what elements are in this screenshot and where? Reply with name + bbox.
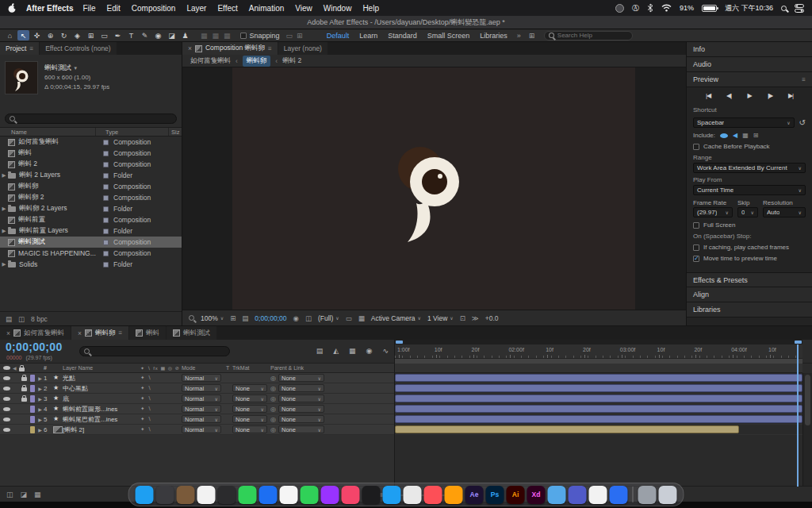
project-row[interactable]: ▶蝌蚪卵 2 LayersFolder <box>0 203 182 214</box>
snap-option2-icon[interactable]: ⊞ <box>297 32 303 40</box>
label-chip[interactable] <box>103 217 109 223</box>
mode-dropdown[interactable]: Normal∨ <box>182 425 221 433</box>
type-tool[interactable]: T <box>125 30 137 40</box>
hand-tool[interactable]: ✜ <box>31 30 43 40</box>
menu-item-animation[interactable]: Animation <box>249 4 284 13</box>
label-chip[interactable] <box>103 240 109 245</box>
xd-dock-icon[interactable]: Xd <box>527 486 546 504</box>
mode-dropdown[interactable]: Normal∨ <box>182 394 221 402</box>
current-time-indicator[interactable] <box>797 344 799 487</box>
grid-guides-icon[interactable]: ⊞ <box>230 314 236 322</box>
launchpad-dock-icon[interactable] <box>156 486 174 504</box>
eye-icon[interactable] <box>3 407 10 411</box>
project-row[interactable]: 如何當隻蝌蚪Composition <box>0 137 182 148</box>
notes-dock-icon[interactable] <box>177 486 195 504</box>
breadcrumb-item[interactable]: 如何當隻蝌蚪 <box>190 56 231 66</box>
tv-dock-icon[interactable] <box>362 486 381 504</box>
snapping-checkbox[interactable] <box>240 33 247 39</box>
layer-switches[interactable]: ✦ ∖ <box>140 416 182 422</box>
include-layer-controls-icon[interactable]: ⊞ <box>753 132 759 139</box>
channels-icon[interactable]: ◫ <box>305 314 312 322</box>
illustrator-dock-icon[interactable]: Ai <box>507 486 525 504</box>
twirl-icon[interactable]: ▶ <box>36 406 44 412</box>
eye-icon[interactable] <box>3 397 10 401</box>
pickwhip-icon[interactable]: ◎ <box>270 426 276 433</box>
music-dock-icon[interactable] <box>342 486 360 504</box>
frame-blending-icon[interactable]: ▦ <box>349 347 356 355</box>
eraser-tool[interactable]: ◪ <box>166 30 178 40</box>
mail-dock-icon[interactable] <box>259 486 278 504</box>
twirl-icon[interactable]: ▶ <box>36 375 44 381</box>
project-thumbnail[interactable] <box>5 61 38 94</box>
twirl-icon[interactable]: ▶ <box>0 228 8 234</box>
chrome-dock-icon[interactable] <box>589 486 607 504</box>
eye-icon[interactable] <box>3 428 10 432</box>
twirl-icon[interactable]: ▶ <box>0 261 8 267</box>
label-chip[interactable] <box>103 229 109 234</box>
workspace-standard[interactable]: Standard <box>388 32 417 40</box>
column-size[interactable]: Siz <box>169 128 182 136</box>
resolution-dropdown[interactable]: (Full) ∨ <box>318 314 339 322</box>
project-row[interactable]: MAGIC IS HAPPENING...Composition <box>0 248 182 259</box>
layer-switches[interactable]: ✦ ∖ <box>140 375 182 381</box>
cache-before-playback-checkbox[interactable]: Cache Before Playback <box>693 143 806 150</box>
twirl-icon[interactable]: ▶ <box>0 172 8 179</box>
label-chip[interactable] <box>103 140 109 145</box>
toggle-graph-icon[interactable]: ▦ <box>34 491 41 498</box>
trkmat-dropdown[interactable]: None∨ <box>232 405 267 413</box>
workspace-default[interactable]: Default <box>327 32 350 40</box>
checkbox[interactable] <box>693 222 699 229</box>
prev-frame-button[interactable]: ◀| <box>723 92 734 99</box>
panel-header-audio[interactable]: Audio <box>687 57 812 72</box>
region-of-interest-icon[interactable]: ▭ <box>346 314 352 322</box>
pixel-aspect-icon[interactable]: ⊡ <box>460 314 465 322</box>
label-chip[interactable] <box>103 162 109 167</box>
news-dock-icon[interactable] <box>424 486 442 504</box>
if-caching-checkbox[interactable]: If caching, play cached frames <box>693 244 806 251</box>
track-area[interactable] <box>394 373 802 486</box>
panel-menu-icon[interactable]: ≡ <box>118 329 122 337</box>
control-center-icon[interactable] <box>795 4 804 13</box>
checkbox[interactable] <box>693 244 699 251</box>
home-tool[interactable]: ⌂ <box>4 30 16 40</box>
twirl-icon[interactable]: ▶ <box>36 417 44 422</box>
pickwhip-icon[interactable]: ◎ <box>270 375 276 382</box>
zoom-dropdown[interactable]: 100% ∨ <box>201 314 224 322</box>
panel-menu-icon[interactable]: ≡ <box>29 45 33 52</box>
help-search-input[interactable] <box>557 32 629 39</box>
proxy-icon[interactable]: ◫ <box>18 315 25 323</box>
timeline-current-time[interactable]: 0;00;00;00 <box>6 341 63 353</box>
menubar-datetime[interactable]: 週六 下午10:36 <box>725 3 773 13</box>
finder-dock-icon[interactable] <box>136 486 154 504</box>
mode-dropdown[interactable]: Normal∨ <box>182 374 221 382</box>
eye-icon[interactable] <box>3 387 10 391</box>
twirl-icon[interactable]: ▶ <box>36 396 44 402</box>
include-video-icon[interactable] <box>720 133 728 138</box>
work-area-bar[interactable] <box>395 358 802 364</box>
snap-option-icon[interactable]: ▭ <box>286 32 293 40</box>
layer-track[interactable] <box>395 414 802 425</box>
project-row[interactable]: 蝌蚪Composition <box>0 148 182 159</box>
selection-tool[interactable]: ↖ <box>17 30 29 40</box>
bluetooth-icon[interactable] <box>647 3 653 13</box>
label-chip[interactable] <box>30 416 35 423</box>
transparency-grid-icon[interactable]: ▦ <box>358 314 365 322</box>
label-chip[interactable] <box>103 195 109 201</box>
timeline-tab[interactable]: ×蝌蚪卵≡ <box>71 326 128 340</box>
checkbox[interactable] <box>693 256 699 262</box>
trkmat-dropdown[interactable]: None∨ <box>232 394 267 402</box>
skip-dropdown[interactable]: 0 ∨ <box>737 207 758 217</box>
label-chip[interactable] <box>103 251 109 256</box>
brush-tool[interactable]: ✎ <box>139 30 151 40</box>
rotation-tool[interactable]: ↻ <box>58 30 70 40</box>
layer-track[interactable] <box>395 383 802 394</box>
layer-switches[interactable]: ✦ ∖ <box>140 426 182 433</box>
camera-dropdown[interactable]: Active Camera ∨ <box>371 314 421 322</box>
layer-switches[interactable]: ✦ ∖ <box>140 395 182 402</box>
project-row[interactable]: 蝌蚪卵Composition <box>0 181 182 192</box>
column-parent[interactable]: Parent & Link <box>270 365 394 371</box>
column-mode[interactable]: Mode <box>182 365 226 371</box>
composition-canvas[interactable] <box>232 67 635 310</box>
distribute-icon[interactable]: ▦ <box>213 32 220 40</box>
mode-dropdown[interactable]: Normal∨ <box>182 415 221 423</box>
